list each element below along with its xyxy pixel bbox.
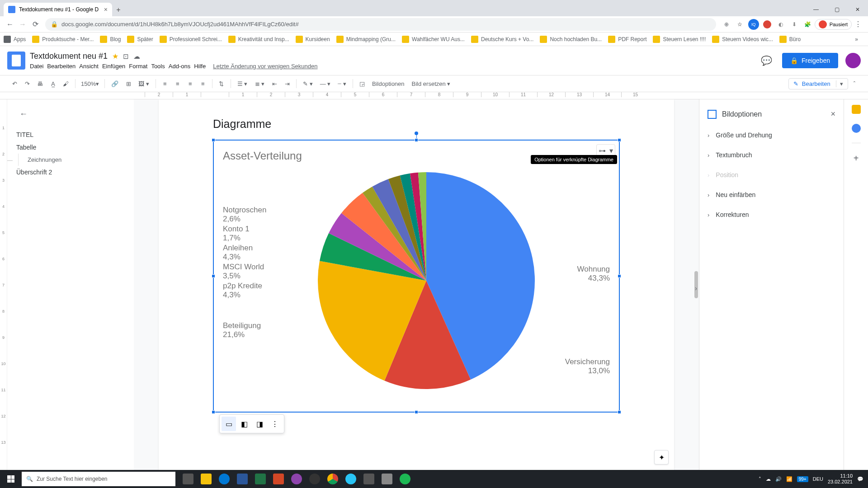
star-bookmark-icon[interactable]: ☆ [735, 19, 745, 30]
bookmark-item[interactable]: PDF Report [608, 36, 646, 43]
move-icon[interactable]: ⊡ [123, 52, 129, 61]
menu-addons[interactable]: Add-ons [169, 63, 190, 70]
back-icon[interactable]: ← [4, 18, 16, 31]
app-icon[interactable] [288, 470, 306, 488]
bulleted-list-icon[interactable]: ≣ ▾ [252, 79, 268, 89]
close-tab-icon[interactable]: × [104, 6, 108, 13]
zoom-icon[interactable]: ⊕ [721, 19, 732, 30]
user-avatar-icon[interactable] [845, 53, 861, 68]
linked-chart-options-icon[interactable]: ▾ [609, 146, 613, 155]
resize-handle[interactable] [618, 274, 621, 278]
sidebar-item-adjustments[interactable]: ›Korrekturen [699, 205, 844, 225]
link-icon[interactable]: 🔗 [108, 79, 121, 89]
paint-format-icon[interactable]: 🖌 [60, 79, 71, 89]
document-canvas[interactable]: Diagramme ⊶ ▾ Optionen für verknüpfte Di… [134, 99, 699, 470]
resize-handle[interactable] [212, 410, 215, 414]
keep-icon[interactable] [852, 105, 861, 114]
align-left-icon[interactable]: ≡ [160, 79, 170, 89]
onedrive-icon[interactable]: ☁ [766, 476, 771, 482]
sidebar-item-size-rotation[interactable]: ›Größe und Drehung [699, 125, 844, 145]
border-color-icon[interactable]: ✎ ▾ [300, 79, 316, 89]
tasks-icon[interactable] [852, 124, 861, 133]
crop-icon[interactable]: ◲ [357, 79, 368, 89]
outline-item-zeichnungen[interactable]: Zeichnungen [18, 154, 125, 166]
notifications-icon[interactable]: 💬 [857, 476, 863, 482]
url-input[interactable]: 🔒 docs.google.com/document/d/1hUH8k6h7Lb… [45, 18, 716, 31]
bookmark-item[interactable]: Produktsuche - Mer... [32, 36, 94, 43]
outline-title[interactable]: TITEL [16, 128, 125, 141]
zoom-select[interactable]: 150% ▾ [79, 80, 101, 88]
border-style-icon[interactable]: ┄ ▾ [335, 79, 349, 89]
menu-help[interactable]: Hilfe [194, 63, 206, 70]
wrap-break-icon[interactable]: ◨ [252, 417, 267, 431]
edge-icon[interactable] [215, 470, 233, 488]
powerpoint-icon[interactable] [269, 470, 288, 488]
apps-shortcut[interactable]: Apps [4, 36, 26, 43]
resize-handle[interactable] [618, 410, 621, 414]
resize-handle[interactable] [212, 138, 215, 142]
task-view-icon[interactable] [179, 470, 197, 488]
bookmark-item[interactable]: Steuern Lesen !!!! [653, 36, 706, 43]
taskbar-search-input[interactable]: 🔍 Zur Suche Text hier eingeben [22, 472, 175, 486]
bookmark-item[interactable]: Noch hochladen Bu... [540, 36, 602, 43]
extension-icon-4[interactable]: ⬇ [789, 19, 800, 30]
outline-remove-icon[interactable]: — [7, 157, 13, 164]
image-more-icon[interactable]: ⋮ [268, 417, 282, 431]
horizontal-ruler[interactable]: 21 123 456 789 101112 131415 [0, 92, 868, 99]
start-button[interactable] [0, 470, 22, 488]
add-addon-icon[interactable]: + [854, 153, 859, 164]
new-tab-button[interactable]: + [112, 4, 125, 16]
side-panel-expand-icon[interactable]: › [695, 285, 697, 292]
open-source-link-icon[interactable]: ⊶ [599, 146, 606, 155]
app-icon-3[interactable] [378, 470, 396, 488]
align-right-icon[interactable]: ≡ [185, 79, 196, 89]
chrome-icon[interactable] [324, 470, 342, 488]
resize-handle[interactable] [415, 138, 418, 142]
spotify-icon[interactable] [396, 470, 414, 488]
browser-tab[interactable]: Textdokument neu #1 - Google D × [4, 3, 112, 16]
bookmark-item[interactable]: Wahlfächer WU Aus... [402, 36, 465, 43]
obs-icon[interactable] [306, 470, 324, 488]
bookmark-item[interactable]: Blog [100, 36, 121, 43]
menu-format[interactable]: Format [129, 63, 147, 70]
docs-logo-icon[interactable] [7, 52, 25, 70]
bookmarks-overflow-icon[interactable]: » [855, 36, 858, 42]
forward-icon[interactable]: → [16, 18, 29, 31]
numbered-list-icon[interactable]: ☰ ▾ [235, 79, 250, 89]
extensions-menu-icon[interactable]: 🧩 [802, 19, 813, 30]
extension-icon-1[interactable]: IQ [748, 19, 759, 30]
outline-item-ueberschrift2[interactable]: Überschrift 2 [16, 166, 125, 178]
menu-file[interactable]: Datei [30, 63, 43, 70]
menu-view[interactable]: Ansicht [79, 63, 99, 70]
image-options-button[interactable]: Bildoptionen [369, 80, 407, 87]
share-button[interactable]: 🔒 Freigeben [782, 53, 838, 68]
excel-icon[interactable] [251, 470, 269, 488]
outline-collapse-icon[interactable]: ← [16, 107, 31, 121]
redo-icon[interactable]: ↷ [22, 79, 33, 89]
tray-badge[interactable]: 99+ [797, 476, 808, 482]
sidebar-item-text-wrap[interactable]: ›Textumbruch [699, 145, 844, 165]
bookmark-item[interactable]: Deutsche Kurs + Vo... [471, 36, 533, 43]
extension-icon-3[interactable]: ◐ [775, 19, 786, 30]
comment-add-icon[interactable]: ⊞ [123, 79, 134, 89]
collapse-toolbar-icon[interactable]: ˆ [850, 79, 859, 89]
resize-handle[interactable] [415, 410, 418, 414]
star-icon[interactable]: ★ [112, 52, 118, 61]
editing-mode-button[interactable]: ✎ Bearbeiten ▾ [788, 78, 848, 89]
minimize-icon[interactable]: — [806, 3, 826, 16]
spellcheck-icon[interactable]: A̲ [47, 79, 58, 89]
bookmark-item[interactable]: Kursideen [296, 36, 330, 43]
volume-icon[interactable]: 🔊 [775, 476, 782, 482]
language-indicator[interactable]: DEU [813, 476, 823, 482]
resize-handle[interactable] [618, 138, 621, 142]
outline-item-tabelle[interactable]: Tabelle [16, 141, 125, 154]
replace-image-button[interactable]: Bild ersetzen ▾ [409, 80, 453, 87]
menu-tools[interactable]: Tools [151, 63, 165, 70]
linked-chart-selected[interactable]: ⊶ ▾ Optionen für verknüpfte Diagramme As… [213, 140, 620, 413]
menu-insert[interactable]: Einfügen [102, 63, 125, 70]
bookmark-item[interactable]: Professionell Schrei... [160, 36, 222, 43]
document-title[interactable]: Textdokument neu #1 [30, 52, 108, 61]
comments-icon[interactable]: 💬 [759, 52, 775, 69]
tray-chevron-icon[interactable]: ˄ [759, 476, 761, 482]
taskbar-clock[interactable]: 11:10 23.02.2021 [828, 473, 853, 485]
